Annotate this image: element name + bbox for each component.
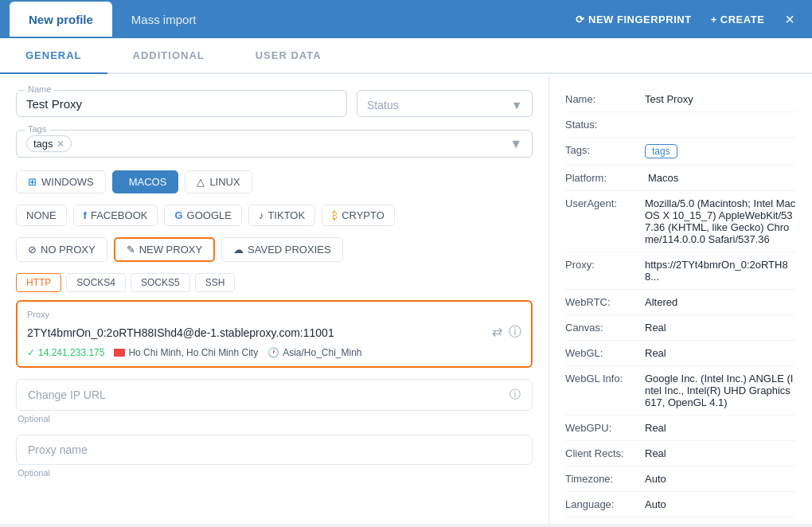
info-key-canvas: Canvas: (565, 322, 645, 334)
info-key-status: Status: (565, 119, 645, 131)
new-proxy-icon: ✎ (127, 244, 135, 256)
proxy-action-icons: ⇄ ⓘ (492, 324, 521, 341)
create-button[interactable]: + CREATE (701, 9, 775, 30)
tab-user-data[interactable]: USER DATA (230, 38, 347, 74)
proxy-info-icon[interactable]: ⓘ (509, 324, 521, 341)
social-btn-none[interactable]: NONE (16, 205, 67, 226)
new-proxy-button[interactable]: ✎ NEW PROXY (114, 237, 215, 262)
os-btn-linux[interactable]: △ LINUX (185, 170, 252, 193)
info-val-platform: Macos (645, 172, 796, 184)
info-key-tags: Tags: (565, 144, 645, 156)
new-fingerprint-button[interactable]: ⟳ NEW FINGERPRINT (566, 9, 701, 30)
social-btn-facebook[interactable]: f FACEBOOK (73, 205, 158, 226)
name-label: Name (25, 84, 54, 94)
close-button[interactable]: × (777, 6, 802, 33)
info-row-status: Status: (565, 112, 796, 138)
proxy-name-optional: Optional (16, 468, 533, 478)
info-val-name: Test Proxy (645, 93, 796, 105)
proxy-refresh-icon[interactable]: ⇄ (492, 324, 502, 341)
info-key-useragent: UserAgent: (565, 197, 645, 209)
protocol-tabs-group: HTTP SOCKS4 SOCKS5 SSH (16, 273, 533, 292)
info-key-webgl-info: WebGL Info: (565, 373, 645, 385)
info-key-webgl: WebGL: (565, 347, 645, 359)
proxy-ip-value: 14.241.233.175 (38, 347, 104, 358)
main-content: Name Status ▼ Tags tags ✕ ▼ ⊞ WINDO (0, 74, 812, 524)
name-status-row: Name Status ▼ (16, 90, 533, 117)
change-ip-optional: Optional (16, 414, 533, 424)
flag-icon (114, 349, 125, 357)
info-val-webgl-info: Google Inc. (Intel Inc.) ANGLE (Intel In… (645, 373, 796, 408)
change-ip-url-field[interactable]: Change IP URL ⓘ (16, 379, 533, 411)
proxy-name-placeholder: Proxy name (28, 443, 521, 456)
proxy-name-field[interactable]: Proxy name (16, 435, 533, 465)
info-val-canvas: Real (645, 322, 796, 334)
clock-icon: 🕐 (267, 347, 279, 358)
tab-general[interactable]: GENERAL (0, 38, 107, 74)
proxy-timezone-info: 🕐 Asia/Ho_Chi_Minh (267, 347, 361, 358)
os-buttons-group: ⊞ WINDOWS MACOS △ LINUX (16, 170, 533, 193)
no-proxy-button[interactable]: ⊘ NO PROXY (16, 237, 107, 262)
tags-label: Tags (25, 124, 49, 134)
google-label: GOOGLE (187, 209, 232, 221)
linux-icon: △ (197, 176, 205, 188)
os-windows-label: WINDOWS (41, 176, 94, 188)
windows-icon: ⊞ (28, 176, 37, 188)
name-field-group: Name (16, 90, 347, 117)
info-key-platform: Platform: (565, 172, 645, 184)
info-key-proxy: Proxy: (565, 259, 645, 271)
info-tags-badge: tags (645, 144, 677, 158)
proxy-city-value: Ho Chi Minh, Ho Chi Minh City (128, 347, 258, 358)
tag-chip-text: tags (33, 138, 53, 150)
bitcoin-icon: ₿ (332, 209, 338, 221)
proxy-type-buttons-group: ⊘ NO PROXY ✎ NEW PROXY ☁ SAVED PROXIES (16, 237, 533, 262)
form-panel: Name Status ▼ Tags tags ✕ ▼ ⊞ WINDO (0, 74, 549, 524)
proxy-input[interactable] (27, 326, 486, 339)
proto-socks4-tab[interactable]: SOCKS4 (66, 273, 126, 292)
saved-proxies-label: SAVED PROXIES (248, 244, 331, 256)
info-row-canvas: Canvas: Real (565, 315, 796, 341)
info-key-timezone: Timezone: (565, 473, 645, 485)
os-btn-windows[interactable]: ⊞ WINDOWS (16, 170, 106, 193)
change-ip-placeholder: Change IP URL (28, 388, 509, 401)
info-val-language: Auto (645, 498, 796, 510)
tab-new-profile[interactable]: New profile (10, 2, 112, 37)
info-row-language: Language: Auto (565, 492, 796, 517)
none-label: NONE (26, 209, 57, 221)
social-btn-google[interactable]: G GOOGLE (164, 205, 241, 226)
tiktok-icon: ♪ (259, 209, 264, 221)
info-row-webgpu: WebGPU: Real (565, 416, 796, 441)
os-macos-label: MACOS (129, 176, 167, 188)
status-field-group[interactable]: Status ▼ (357, 90, 533, 117)
saved-proxies-button[interactable]: ☁ SAVED PROXIES (221, 237, 343, 262)
info-row-client-rects: Client Rects: Real (565, 441, 796, 466)
info-row-timezone: Timezone: Auto (565, 466, 796, 492)
tab-mass-import[interactable]: Mass import (112, 6, 216, 33)
info-panel: Name: Test Proxy Status: Tags: tags Plat… (549, 74, 812, 524)
proto-socks5-tab[interactable]: SOCKS5 (131, 273, 190, 292)
os-btn-macos[interactable]: MACOS (112, 170, 179, 193)
info-key-client-rects: Client Rects: (565, 447, 645, 459)
change-ip-info-icon[interactable]: ⓘ (509, 388, 521, 402)
tab-additional[interactable]: ADDITIONAL (107, 38, 230, 74)
no-proxy-icon: ⊘ (28, 244, 37, 256)
info-row-platform: Platform: Macos (565, 166, 796, 191)
proto-ssh-tab[interactable]: SSH (195, 273, 236, 292)
info-row-proxy: Proxy: https://2TYt4bmrOn_0:2oRTH88... (565, 252, 796, 290)
info-key-webrtc: WebRTC: (565, 296, 645, 308)
social-btn-crypto[interactable]: ₿ CRYPTO (322, 205, 395, 226)
saved-proxy-icon: ☁ (233, 244, 244, 256)
fingerprint-icon: ⟳ (576, 14, 585, 25)
proto-http-tab[interactable]: HTTP (16, 273, 61, 292)
proxy-box-label: Proxy (27, 310, 521, 319)
name-input[interactable] (26, 96, 337, 111)
social-btn-tiktok[interactable]: ♪ TIKTOK (248, 205, 315, 226)
info-key-language: Language: (565, 498, 645, 510)
proxy-ip-info: ✓ 14.241.233.175 (27, 347, 104, 358)
info-row-useragent: UserAgent: Mozilla/5.0 (Macintosh; Intel… (565, 191, 796, 252)
facebook-icon: f (84, 209, 87, 221)
tags-field-group[interactable]: Tags tags ✕ ▼ (16, 130, 533, 158)
status-select[interactable]: Status ▼ (367, 96, 522, 111)
status-placeholder: Status (367, 99, 399, 111)
tags-chevron-icon: ▼ (509, 137, 522, 151)
tag-chip-close[interactable]: ✕ (57, 139, 64, 150)
